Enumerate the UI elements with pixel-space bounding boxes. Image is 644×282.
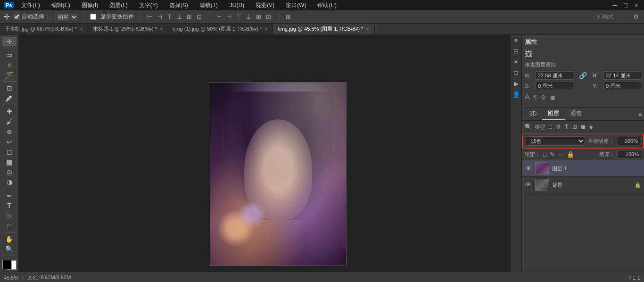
- blur-tool[interactable]: ◎: [2, 167, 17, 176]
- dist-top-icon[interactable]: ⊥: [245, 13, 253, 21]
- align-right-icon[interactable]: ⊤: [165, 13, 173, 21]
- filter-toggle[interactable]: ●: [589, 123, 593, 131]
- color-swatches[interactable]: [2, 260, 17, 270]
- layer-type-dropdown[interactable]: 图层: [54, 13, 78, 21]
- dist-center-icon[interactable]: ⊣: [225, 13, 233, 21]
- maximize-button[interactable]: □: [622, 1, 629, 9]
- fill-input[interactable]: [618, 150, 641, 158]
- history-brush-tool[interactable]: ↩: [2, 137, 17, 146]
- shape-tool[interactable]: □: [2, 221, 17, 230]
- layer-bg-thumbnail: [535, 179, 549, 191]
- menu-edit[interactable]: 编辑(E): [48, 0, 74, 10]
- w-input[interactable]: [536, 71, 573, 80]
- transform-checkbox[interactable]: [90, 14, 96, 20]
- layer-item-1[interactable]: 👁 图层 1: [522, 160, 644, 177]
- marquee-tool[interactable]: ▭: [2, 50, 17, 59]
- eyedropper-tool[interactable]: 💉: [2, 94, 17, 103]
- healing-tool[interactable]: ✚: [2, 107, 17, 116]
- lock-transparent-icon[interactable]: □: [543, 151, 547, 158]
- dodge-tool[interactable]: ◑: [2, 178, 17, 187]
- link-icon[interactable]: 🔗: [577, 72, 589, 79]
- panel-menu-icon[interactable]: ≡: [638, 110, 642, 118]
- layer-bg-eye-icon[interactable]: 👁: [525, 181, 532, 189]
- dist-mid-icon[interactable]: ⊞: [255, 13, 263, 21]
- photo-light: [210, 83, 346, 265]
- filter-shape-icon[interactable]: ⊞: [571, 123, 578, 131]
- tab-channels[interactable]: 通道: [565, 108, 587, 120]
- settings2-icon[interactable]: ⚙: [541, 94, 546, 101]
- dist-bottom-icon[interactable]: ⊡: [264, 13, 272, 21]
- opacity-input[interactable]: [617, 137, 640, 145]
- menu-select[interactable]: 选择(S): [165, 0, 192, 10]
- menu-text[interactable]: 文字(Y): [135, 0, 162, 10]
- lasso-tool[interactable]: ⌾: [2, 60, 17, 69]
- tab-layers[interactable]: 图层: [542, 108, 565, 120]
- styles-icon[interactable]: ✦: [513, 58, 519, 66]
- tab-wangjunkai-close[interactable]: ×: [80, 26, 83, 33]
- actions-icon[interactable]: ▶: [514, 80, 519, 87]
- align-bottom-icon[interactable]: ⊡: [195, 13, 203, 21]
- layer1-eye-icon[interactable]: 👁: [525, 165, 532, 172]
- adjustments-icon[interactable]: ⊞: [513, 48, 519, 55]
- dist-right-icon[interactable]: ⊤: [235, 13, 243, 21]
- quick-select-tool[interactable]: 🪄: [2, 70, 17, 79]
- menu-view[interactable]: 视图(V): [252, 0, 278, 10]
- menu-file[interactable]: 文件(F): [17, 0, 43, 10]
- eraser-tool[interactable]: ◻: [2, 147, 17, 156]
- filter-smart-icon[interactable]: ◼: [580, 123, 586, 131]
- tab-timg-close[interactable]: ×: [366, 26, 370, 33]
- foreground-color[interactable]: [2, 260, 12, 269]
- path-selection-tool[interactable]: ▷: [2, 211, 17, 220]
- clone-tool[interactable]: ⊕: [2, 127, 17, 136]
- menu-image[interactable]: 图像(I): [78, 0, 102, 10]
- tab-3d[interactable]: 3D: [524, 108, 542, 120]
- align-left-icon[interactable]: ⊢: [146, 13, 154, 21]
- align-center-h-icon[interactable]: ⊣: [156, 13, 164, 21]
- align-top-icon[interactable]: ⊥: [175, 13, 183, 21]
- crop-tool[interactable]: ⊡: [2, 83, 17, 92]
- auto-select-checkbox[interactable]: [14, 14, 20, 20]
- paragraph-icon[interactable]: ¶: [534, 94, 537, 101]
- tab-timg[interactable]: timg.jpg @ 45.5% (图层 1, RGB/8#) * ×: [273, 24, 374, 34]
- menu-layer[interactable]: 图层(L): [106, 0, 132, 10]
- properties-icon[interactable]: ≡: [514, 37, 518, 44]
- lock-paint-icon[interactable]: ✎: [550, 151, 555, 158]
- history-icon[interactable]: ⊡: [513, 69, 519, 76]
- align-center-v-icon[interactable]: ⊞: [185, 13, 193, 21]
- tab-untitled-close[interactable]: ×: [160, 26, 163, 33]
- tab-untitled[interactable]: 未标题-1 @ 25%(RGB/8#) * ×: [88, 24, 168, 34]
- tab-wangjunkai[interactable]: 王俊凯.jpg @ 66.7%(RGB/8#) * ×: [0, 24, 88, 34]
- menu-help[interactable]: 帮助(H): [314, 0, 340, 10]
- lock-all-icon[interactable]: 🔒: [567, 151, 574, 158]
- dist-left-icon[interactable]: ⊢: [215, 13, 223, 21]
- zoom-tool[interactable]: 🔍: [2, 245, 17, 254]
- filter-text-icon[interactable]: T: [564, 123, 569, 131]
- lock-move-icon[interactable]: ↔: [558, 151, 564, 158]
- x-input[interactable]: [536, 82, 573, 90]
- menu-3d[interactable]: 3D(D): [225, 1, 248, 9]
- canvas-area[interactable]: [19, 35, 510, 272]
- menu-window[interactable]: 窗口(W): [282, 0, 310, 10]
- menu-filter[interactable]: 滤镜(T): [196, 0, 222, 10]
- gradient-tool[interactable]: ▦: [2, 158, 17, 166]
- font-icon[interactable]: A: [525, 93, 530, 101]
- tab-timg1[interactable]: timg (1).jpg @ 50% (图层 1, RGB/8#) * ×: [168, 24, 273, 34]
- canvas-icon[interactable]: ◼: [550, 94, 555, 101]
- person-icon[interactable]: 👤: [512, 91, 520, 98]
- 3d-settings-icon[interactable]: ⚙: [632, 13, 640, 21]
- pen-tool[interactable]: ✒: [2, 191, 17, 200]
- layer-item-background[interactable]: 👁 背景 🔒: [522, 177, 644, 193]
- arrange-icon[interactable]: ⊞: [284, 13, 292, 21]
- brush-tool[interactable]: 🖌: [2, 117, 17, 126]
- move-tool[interactable]: ✛: [2, 37, 17, 46]
- h-input[interactable]: [603, 71, 641, 80]
- text-tool[interactable]: T: [2, 201, 17, 210]
- y-input[interactable]: [603, 82, 641, 90]
- close-button[interactable]: ×: [633, 1, 640, 9]
- hand-tool[interactable]: ✋: [2, 234, 17, 243]
- tab-timg1-close[interactable]: ×: [264, 26, 268, 33]
- filter-pixel-icon[interactable]: □: [548, 123, 553, 131]
- filter-adjustment-icon[interactable]: ⚙: [555, 123, 562, 131]
- blend-mode-dropdown[interactable]: 滤色: [526, 136, 585, 146]
- minimize-button[interactable]: ─: [611, 1, 619, 9]
